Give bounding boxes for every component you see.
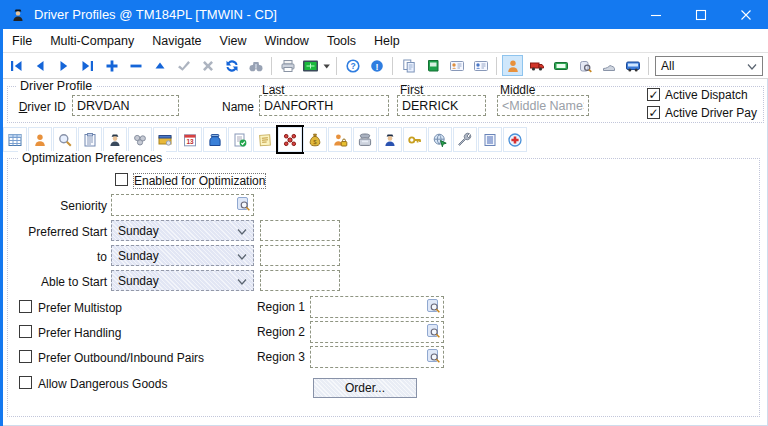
move-up-icon[interactable] (149, 55, 170, 76)
notes-tab[interactable] (253, 127, 277, 152)
order-button[interactable]: Order... (313, 378, 417, 398)
active-driver-pay-checkbox[interactable]: ✓ (647, 106, 660, 119)
seniority-input[interactable] (112, 195, 253, 215)
delete-record-icon[interactable] (125, 55, 146, 76)
able-to-start-time-input[interactable] (260, 270, 340, 291)
driver-profile-group-label: Driver Profile (16, 79, 96, 93)
grid-table-tab[interactable] (3, 127, 27, 152)
officer-tab[interactable] (378, 127, 402, 152)
key-tab[interactable] (403, 127, 427, 152)
menu-bar: File Multi-Company Navigate View Window … (3, 29, 768, 53)
middle-name-input[interactable] (497, 95, 589, 116)
first-aid-tab[interactable] (503, 127, 527, 152)
allow-dangerous-goods-checkbox[interactable] (19, 376, 32, 389)
chauffeur-tab[interactable] (103, 127, 127, 152)
window-title: Driver Profiles @ TM184PL [TMWIN - CD] (34, 7, 277, 22)
toolbar-separator (271, 57, 272, 75)
minimize-button[interactable] (633, 0, 678, 29)
report-list-tab[interactable] (478, 127, 502, 152)
id-card-front-icon[interactable] (446, 55, 467, 76)
prefer-outbound-inbound-label: Prefer Outbound/Inbound Pairs (38, 351, 204, 365)
prefer-handling-checkbox[interactable] (19, 325, 32, 338)
name-label: Name (196, 100, 254, 114)
last-name-input[interactable] (259, 95, 389, 116)
add-record-icon[interactable] (101, 55, 122, 76)
seniority-field (111, 194, 254, 216)
driver-profile-icon[interactable] (502, 55, 523, 76)
able-to-start-day-select[interactable]: Sunday (111, 270, 254, 291)
money-bag-tab[interactable]: $ (303, 127, 327, 152)
optimization-network-tab[interactable] (278, 127, 302, 152)
person-lock-tab[interactable] (328, 127, 352, 152)
region-1-input[interactable] (311, 297, 443, 317)
driver-id-input[interactable] (72, 95, 179, 116)
address-book-icon[interactable] (422, 55, 443, 76)
boot-icon[interactable] (598, 55, 619, 76)
preferred-start-day-select[interactable]: Sunday (111, 220, 254, 241)
clipboard-tab[interactable] (78, 127, 102, 152)
person-tab[interactable] (28, 127, 52, 152)
nav-next-icon[interactable] (53, 55, 74, 76)
calendar-tab[interactable]: 13 (178, 127, 202, 152)
menu-item-help[interactable]: Help (365, 34, 409, 48)
region-3-lookup-icon[interactable] (427, 349, 441, 364)
enabled-for-optimization-checkbox[interactable] (115, 173, 128, 186)
prefer-multistop-label: Prefer Multistop (38, 301, 122, 315)
menu-item-window[interactable]: Window (255, 34, 317, 48)
id-card-back-icon[interactable] (470, 55, 491, 76)
title-bar: Driver Profiles @ TM184PL [TMWIN - CD] (0, 0, 768, 29)
about-info-icon[interactable]: ! (366, 55, 387, 76)
phone-tab[interactable] (353, 127, 377, 152)
optimization-preferences-group-label: Optimization Preferences (18, 151, 166, 165)
close-button[interactable] (723, 0, 768, 29)
refresh-icon[interactable] (221, 55, 242, 76)
prefer-multistop-checkbox[interactable] (19, 300, 32, 313)
wrench-tab[interactable] (453, 127, 477, 152)
svg-text:!: ! (375, 61, 378, 71)
copy-profile-icon[interactable] (398, 55, 419, 76)
seniority-lookup-icon[interactable] (237, 197, 251, 212)
cancel-x-icon[interactable] (197, 55, 218, 76)
to-time-input[interactable] (260, 245, 340, 266)
region-3-input[interactable] (311, 347, 443, 367)
carrier-search-icon[interactable] (574, 55, 595, 76)
nav-first-icon[interactable] (5, 55, 26, 76)
preferred-start-time-input[interactable] (260, 220, 340, 241)
prefer-outbound-inbound-checkbox[interactable] (19, 350, 32, 363)
menu-item-tools[interactable]: Tools (318, 34, 365, 48)
allow-dangerous-goods-label: Allow Dangerous Goods (38, 377, 167, 391)
menu-item-view[interactable]: View (211, 34, 256, 48)
save-check-icon[interactable] (173, 55, 194, 76)
pay-box-tab[interactable] (153, 127, 177, 152)
session-monitor-icon[interactable] (301, 55, 331, 76)
print-icon[interactable] (277, 55, 298, 76)
search-tab[interactable] (53, 127, 77, 152)
trailer-icon[interactable] (550, 55, 571, 76)
to-day-select[interactable]: Sunday (111, 245, 254, 266)
cookie-jar-tab[interactable] (203, 127, 227, 152)
active-dispatch-checkbox[interactable]: ✓ (647, 88, 660, 101)
nav-last-icon[interactable] (77, 55, 98, 76)
region-2-lookup-icon[interactable] (427, 324, 441, 339)
find-binoculars-icon[interactable] (245, 55, 266, 76)
toolbar-separator (392, 57, 393, 75)
globe-export-tab[interactable] (428, 127, 452, 152)
filter-dropdown[interactable]: All (655, 56, 763, 76)
help-icon[interactable]: ? (342, 55, 363, 76)
region-1-lookup-icon[interactable] (427, 299, 441, 314)
driver-profiles-window: Driver Profiles @ TM184PL [TMWIN - CD] F… (0, 0, 768, 426)
coins-tab[interactable] (128, 127, 152, 152)
maximize-button[interactable] (678, 0, 723, 29)
region-1-field (310, 296, 444, 318)
able-to-start-day-value: Sunday (118, 274, 159, 288)
truck-icon[interactable] (526, 55, 547, 76)
bus-icon[interactable] (622, 55, 643, 76)
preferred-start-day-value: Sunday (118, 224, 159, 238)
region-2-input[interactable] (311, 322, 443, 342)
menu-item-multi-company[interactable]: Multi-Company (41, 34, 143, 48)
menu-item-navigate[interactable]: Navigate (143, 34, 210, 48)
first-name-input[interactable] (397, 95, 486, 116)
menu-item-file[interactable]: File (3, 34, 41, 48)
nav-prev-icon[interactable] (29, 55, 50, 76)
document-check-tab[interactable] (228, 127, 252, 152)
